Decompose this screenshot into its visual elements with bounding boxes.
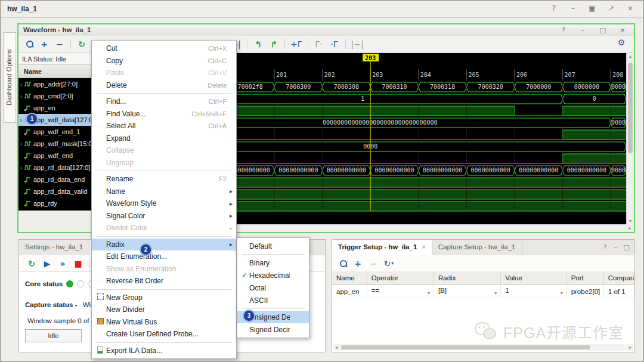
waveform-titlebar[interactable]: Waveform - hw_ila_1 ?–□× [18,24,634,36]
menu-item-find[interactable]: Find...Ctrl+F [92,95,236,108]
menu-item-create-user-defined-probe[interactable]: Create User Defined Probe... [92,328,236,341]
signal-row[interactable]: app_rdy [18,197,92,209]
close-icon[interactable]: × [617,26,628,35]
expand-arrow-icon[interactable]: › [18,81,24,88]
maximize-icon[interactable]: □ [597,26,608,35]
tab-trigger-setup[interactable]: Trigger Setup - hw_ila_1× [332,240,432,255]
signal-row[interactable]: app_wdf_end_1 [18,126,92,138]
expand-arrow-icon[interactable]: › [18,117,24,123]
column-header-comparator-u[interactable]: Comparator U [603,271,634,285]
trigger-mode-icon[interactable]: ↻▾ [383,259,394,268]
close-icon[interactable]: × [625,4,636,13]
menu-item-signed-decimal[interactable]: Signed Decimal [237,323,309,336]
close-tab-icon[interactable]: × [422,243,425,250]
signal-row[interactable]: ›app_wdf_mask[15:0] [18,138,92,150]
vertical-scrollbar[interactable]: ▴ ▾ [626,53,634,224]
scroll-right-icon[interactable]: ▸ [627,345,633,350]
column-header-port[interactable]: Port [566,271,603,285]
dropdown-caret-icon[interactable]: ▾ [494,290,497,296]
minimize-icon[interactable]: – [578,26,589,35]
help-icon[interactable]: ? [549,4,559,13]
menu-item-new-virtual-bus[interactable]: New Virtual Bus [92,316,236,329]
bit-signal-icon [24,188,32,195]
menu-item-default[interactable]: Default [237,240,309,252]
tab-capture-setup[interactable]: Capture Setup - hw_ila_1 [432,240,522,255]
next-marker-icon[interactable]: ·Γ [329,39,340,49]
search-icon[interactable] [339,259,348,268]
restore-icon[interactable]: ▣ [587,4,597,13]
menu-item-export-ila-data[interactable]: Export ILA Data... [92,345,236,357]
add-marker-icon[interactable]: +Γ [290,39,302,49]
refresh-icon[interactable]: ↻ [26,259,37,268]
scrollbar-thumb[interactable] [341,345,590,349]
stop-icon[interactable]: ■ [73,259,83,268]
scroll-up-icon[interactable]: ▴ [627,54,634,59]
menu-item-rename[interactable]: RenameF2 [92,173,236,185]
run-trigger-icon[interactable]: ↻ [76,39,87,49]
zoom-icon[interactable] [26,40,34,48]
cell-radix[interactable]: ▾[B] [434,285,501,298]
scrollbar-thumb[interactable] [628,63,633,153]
scroll-down-icon[interactable]: ▾ [627,218,634,224]
signal-row[interactable]: app_en [18,102,92,114]
zoom-to-trigger-icon[interactable]: ↱ [268,39,279,49]
menu-item-hexadecimal[interactable]: ✓Hexadecimal [237,269,309,281]
help-icon[interactable]: ? [558,26,569,35]
menu-item-new-group[interactable]: New Group [92,292,236,304]
menu-item-new-divider[interactable]: New Divider [92,304,236,316]
cell-value[interactable]: ▾1 [501,285,566,298]
menu-item-edit-enumeration[interactable]: Edit Enumeration... [92,250,236,263]
column-header-operator[interactable]: Operator [367,271,434,285]
minimize-icon[interactable]: – [568,4,578,13]
scroll-left-icon[interactable]: ◂ [333,345,339,350]
menu-item-cut[interactable]: CutCtrl+X [92,42,236,55]
add-condition-icon[interactable]: + [352,259,363,268]
help-icon[interactable]: ? [602,243,608,252]
remove-probe-icon[interactable]: − [54,39,65,49]
menu-item-copy[interactable]: CopyCtrl+C [92,55,236,67]
column-header-name[interactable]: Name [332,271,367,285]
menu-item-ascii[interactable]: ASCII [237,294,309,307]
menu-item-select-all[interactable]: Select AllCtrl+A [92,120,236,132]
menu-item-octal[interactable]: Octal [237,281,309,294]
expand-arrow-icon[interactable]: › [18,165,24,171]
add-probe-icon[interactable]: + [39,39,49,49]
signal-row[interactable]: app_wdf_end [18,150,92,162]
scroll-right-icon[interactable]: ▸ [626,224,634,232]
signal-row[interactable]: ›app_cmd[2:0] [18,90,92,102]
dropdown-caret-icon[interactable]: ▾ [428,290,430,296]
maximize-icon[interactable]: □ [624,243,630,252]
settings-gear-icon[interactable]: ⚙ [616,38,627,47]
menu-item-delete[interactable]: DeleteDelete [92,79,236,92]
float-icon[interactable]: ↗ [606,4,617,13]
remove-condition-icon[interactable]: − [368,259,379,268]
menu-item-reverse-bit-order[interactable]: Reverse Bit Order [92,275,236,287]
cell-operator[interactable]: ▾== [367,285,434,298]
run-immediate-icon[interactable]: » [57,259,68,268]
menu-item-signal-color[interactable]: Signal Color▸ [92,210,236,222]
menu-item-name[interactable]: Name▸ [92,185,236,198]
swap-markers-icon[interactable]: |−| [351,39,364,49]
expand-arrow-icon[interactable]: › [18,93,24,100]
minimize-icon[interactable]: – [613,243,619,252]
signal-row[interactable]: app_rd_data_valid [18,185,92,197]
dashboard-options-tab[interactable]: Dashboard Options [3,32,16,123]
zoom-fit-icon[interactable]: ↰ [253,39,264,49]
name-column-header[interactable]: Name [18,65,92,78]
signal-row[interactable]: ›app_addr[27:0] [18,78,92,90]
menu-item-radix[interactable]: Radix▸ [92,239,236,251]
menu-item-binary[interactable]: Binary [237,256,309,269]
dropdown-caret-icon[interactable]: ▾ [561,290,563,296]
prev-marker-icon[interactable]: Γ· [314,39,324,49]
menu-item-expand[interactable]: Expand [92,132,236,145]
menu-item-find-value[interactable]: Find Value...Ctrl+Shift+F [92,108,236,120]
signal-row[interactable]: app_rd_data_end [18,174,92,185]
expand-arrow-icon[interactable]: › [18,141,24,147]
trigger-horizontal-scrollbar[interactable]: ◂ ▸ [333,344,633,351]
column-header-radix[interactable]: Radix [434,271,501,285]
column-header-value[interactable]: Value [501,271,566,285]
menu-item-waveform-style[interactable]: Waveform Style▸ [92,197,236,210]
run-trigger-icon[interactable]: ▶ [42,259,52,268]
signal-row[interactable]: ›app_rd_data[127:0] [18,162,92,174]
tab-settings[interactable]: Settings - hw_ila_1 [19,240,89,255]
